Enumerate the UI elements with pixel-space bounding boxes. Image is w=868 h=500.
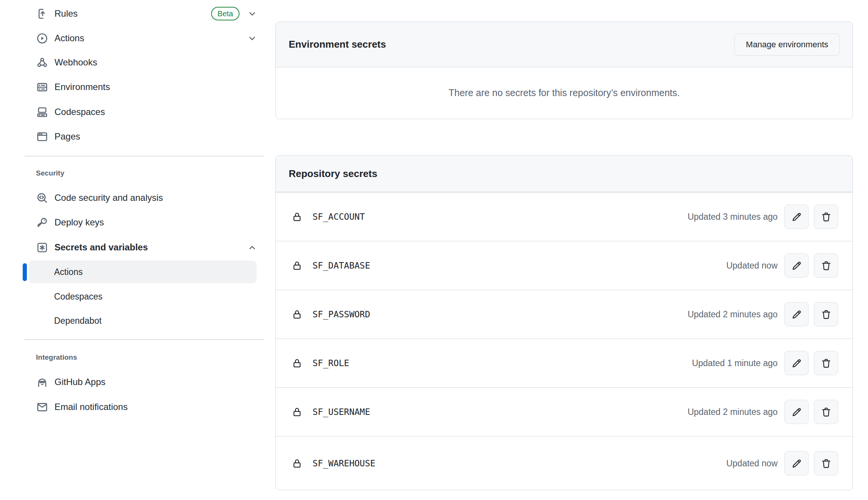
- sidebar-item-code-security[interactable]: Code security and analysis: [36, 189, 257, 207]
- delete-secret-button[interactable]: [814, 302, 838, 326]
- secret-updated: Updated 3 minutes ago: [688, 212, 778, 222]
- lock-icon: [292, 211, 302, 223]
- sidebar-item-pages[interactable]: Pages: [36, 127, 257, 146]
- secret-name: SF_ACCOUNT: [313, 212, 365, 222]
- sidebar-section-security: Security: [36, 169, 64, 177]
- sidebar-item-label: Pages: [54, 131, 80, 142]
- sidebar-item-label: Code security and analysis: [54, 193, 163, 203]
- repository-secrets-card: Repository secrets SF_ACCOUNT Updated 3 …: [275, 155, 853, 490]
- secret-name: SF_USERNAME: [313, 407, 370, 417]
- secret-updated: Updated now: [726, 458, 778, 469]
- sidebar-subitem-codespaces[interactable]: Codespaces: [29, 285, 257, 308]
- delete-secret-button[interactable]: [814, 351, 838, 375]
- trash-icon: [820, 406, 832, 418]
- trash-icon: [820, 260, 832, 272]
- delete-secret-button[interactable]: [814, 400, 838, 424]
- webhook-icon: [36, 56, 48, 69]
- secret-name: SF_WAREHOUSE: [313, 458, 375, 468]
- chevron-down-icon: [247, 33, 257, 43]
- manage-environments-button[interactable]: Manage environments: [734, 34, 840, 56]
- delete-secret-button[interactable]: [814, 205, 838, 229]
- trash-icon: [820, 211, 832, 223]
- beta-badge: Beta: [211, 7, 240, 20]
- sidebar-subitem-dependabot[interactable]: Dependabot: [29, 309, 257, 332]
- sidebar-item-github-apps[interactable]: GitHub Apps: [36, 373, 257, 391]
- pencil-icon: [791, 406, 803, 418]
- trash-icon: [820, 458, 832, 469]
- codescan-icon: [36, 192, 48, 204]
- pencil-icon: [791, 357, 803, 369]
- secret-updated: Updated 2 minutes ago: [688, 309, 778, 320]
- secret-name: SF_ROLE: [313, 358, 349, 368]
- secret-row: SF_USERNAME Updated 2 minutes ago: [276, 387, 852, 436]
- sidebar-item-label: Codespaces: [54, 107, 105, 117]
- sidebar-item-label: Rules: [54, 8, 78, 19]
- lock-icon: [292, 309, 302, 320]
- secrets-icon: [36, 241, 48, 254]
- selected-item-accent-bar: [23, 263, 27, 281]
- server-icon: [36, 81, 48, 93]
- secret-row: SF_WAREHOUSE Updated now: [276, 436, 852, 490]
- lock-icon: [292, 260, 302, 272]
- environment-secrets-empty-message: There are no secrets for this repository…: [276, 67, 852, 118]
- sidebar-item-secrets-and-variables[interactable]: Secrets and variables: [36, 238, 257, 256]
- sidebar-item-environments[interactable]: Environments: [36, 78, 257, 96]
- trash-icon: [820, 309, 832, 320]
- sidebar-item-label: Webhooks: [54, 57, 97, 68]
- sidebar-item-label: Deploy keys: [54, 217, 104, 228]
- browser-icon: [36, 130, 48, 143]
- pencil-icon: [791, 260, 803, 272]
- environment-secrets-header: Environment secrets Manage environments: [276, 22, 852, 67]
- pencil-icon: [791, 211, 803, 223]
- edit-secret-button[interactable]: [784, 302, 809, 326]
- sidebar-subitem-actions[interactable]: Actions: [29, 261, 257, 283]
- sidebar-item-email-notifications[interactable]: Email notifications: [36, 398, 257, 416]
- sidebar-item-label: Email notifications: [54, 402, 128, 412]
- edit-secret-button[interactable]: [784, 400, 809, 424]
- sidebar-divider: [25, 339, 264, 340]
- edit-secret-button[interactable]: [784, 205, 809, 229]
- secret-row: SF_ROLE Updated 1 minute ago: [276, 339, 852, 387]
- secret-updated: Updated 2 minutes ago: [688, 407, 778, 417]
- repository-secrets-header: Repository secrets: [276, 155, 852, 192]
- sidebar-item-label: Environments: [54, 82, 110, 92]
- repository-secrets-title: Repository secrets: [289, 168, 377, 180]
- edit-secret-button[interactable]: [784, 451, 809, 475]
- lock-icon: [292, 458, 302, 469]
- sidebar-item-label: GitHub Apps: [54, 377, 106, 387]
- secret-updated: Updated now: [726, 261, 778, 271]
- sidebar-item-label: Secrets and variables: [54, 242, 148, 253]
- mail-icon: [36, 401, 48, 413]
- delete-secret-button[interactable]: [814, 253, 838, 278]
- codespaces-icon: [36, 106, 48, 118]
- hubot-icon: [36, 376, 48, 388]
- environment-secrets-title: Environment secrets: [289, 39, 386, 50]
- secret-name: SF_DATABASE: [313, 261, 370, 270]
- sidebar-divider: [25, 156, 264, 157]
- trash-icon: [820, 357, 832, 369]
- sidebar-section-integrations: Integrations: [36, 353, 77, 362]
- sidebar-item-rules[interactable]: Rules Beta: [36, 5, 257, 23]
- sidebar-item-codespaces[interactable]: Codespaces: [36, 103, 257, 121]
- rules-icon: [36, 8, 48, 20]
- pencil-icon: [791, 458, 803, 469]
- secret-row: SF_PASSWORD Updated 2 minutes ago: [276, 290, 852, 339]
- chevron-up-icon: [247, 242, 257, 253]
- secret-row: SF_ACCOUNT Updated 3 minutes ago: [276, 192, 852, 241]
- sidebar-item-deploy-keys[interactable]: Deploy keys: [36, 213, 257, 231]
- play-circle-icon: [36, 32, 48, 45]
- secret-row: SF_DATABASE Updated now: [276, 241, 852, 290]
- sidebar-item-webhooks[interactable]: Webhooks: [36, 53, 257, 71]
- edit-secret-button[interactable]: [784, 351, 809, 375]
- sidebar-item-actions[interactable]: Actions: [36, 29, 257, 47]
- secret-updated: Updated 1 minute ago: [692, 358, 778, 368]
- secret-name: SF_PASSWORD: [313, 309, 370, 319]
- pencil-icon: [791, 309, 803, 320]
- delete-secret-button[interactable]: [814, 451, 838, 475]
- key-icon: [36, 216, 48, 229]
- sidebar-item-label: Actions: [54, 33, 84, 43]
- edit-secret-button[interactable]: [784, 253, 809, 278]
- chevron-down-icon: [247, 9, 257, 19]
- environment-secrets-card: Environment secrets Manage environments …: [275, 22, 853, 119]
- lock-icon: [292, 406, 302, 418]
